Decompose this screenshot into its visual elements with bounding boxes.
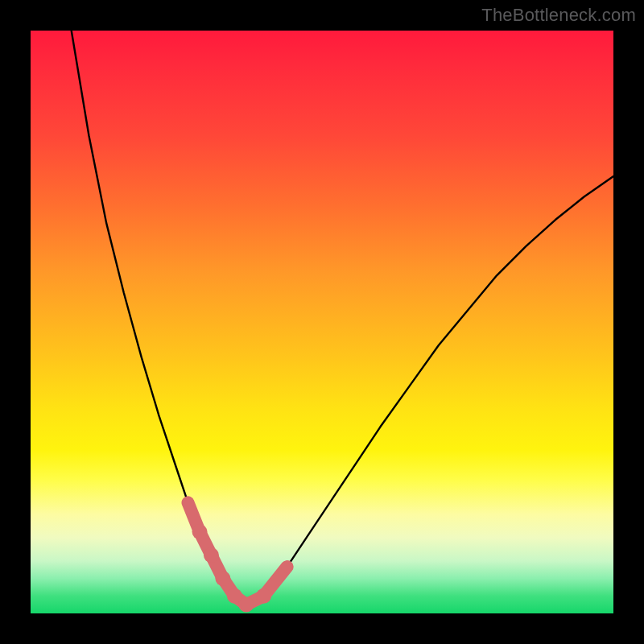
marker-dot bbox=[238, 597, 254, 613]
curve-layer bbox=[72, 31, 613, 605]
marker-dot bbox=[204, 547, 219, 563]
watermark-text: TheBottleneck.com bbox=[481, 5, 636, 26]
marker-dot bbox=[256, 588, 271, 604]
chart-svg bbox=[31, 31, 613, 613]
chart-frame: TheBottleneck.com bbox=[0, 0, 644, 644]
marker-dot bbox=[281, 561, 293, 573]
marker-dot bbox=[215, 571, 230, 586]
bottleneck-curve-path bbox=[72, 31, 613, 605]
marker-dot bbox=[182, 497, 194, 509]
marker-dot bbox=[192, 524, 208, 539]
